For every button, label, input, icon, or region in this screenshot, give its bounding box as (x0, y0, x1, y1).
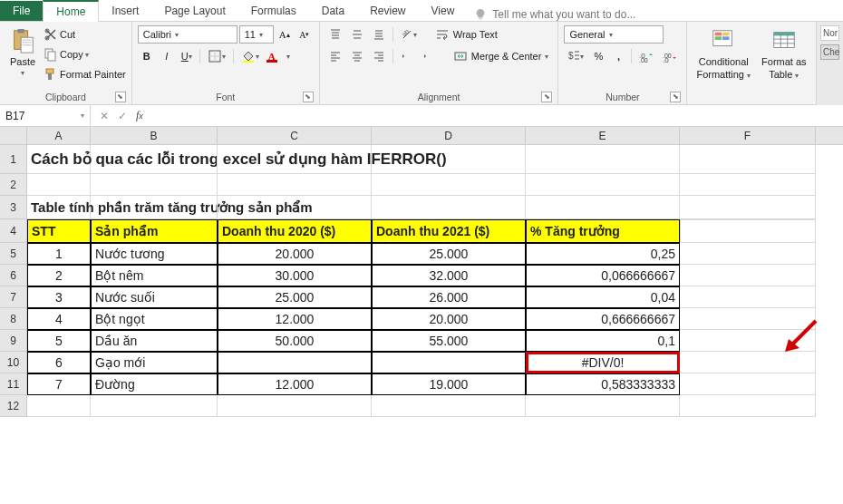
row-header[interactable]: 11 (0, 373, 27, 395)
cell[interactable]: STT (27, 219, 91, 243)
cell[interactable] (680, 196, 816, 219)
percent-format-button[interactable]: % (589, 47, 607, 65)
decrease-font-button[interactable]: A▾ (296, 25, 314, 44)
cell[interactable] (91, 196, 218, 219)
cell[interactable]: 26.000 (372, 286, 526, 308)
comma-format-button[interactable]: , (609, 47, 627, 65)
cell[interactable]: 0,066666667 (526, 265, 680, 286)
cell[interactable]: 20.000 (372, 308, 526, 330)
copy-button[interactable]: Copy ▾ (44, 45, 126, 63)
row-header[interactable]: 9 (0, 330, 27, 352)
cell[interactable]: 20.000 (218, 243, 372, 265)
cell[interactable] (680, 373, 816, 395)
cell[interactable]: 6 (27, 352, 91, 373)
tab-view[interactable]: View (419, 1, 468, 21)
row-header[interactable]: 3 (0, 196, 27, 219)
cell[interactable]: Doanh thu 2021 ($) (372, 219, 526, 243)
cell[interactable]: Bột nêm (91, 265, 218, 286)
tab-review[interactable]: Review (357, 1, 418, 21)
conditional-formatting-button[interactable]: Conditional Formatting ▾ (693, 25, 754, 82)
cell[interactable] (218, 196, 372, 219)
col-header[interactable]: F (680, 127, 816, 144)
cell[interactable]: 3 (27, 286, 91, 308)
col-header[interactable]: E (526, 127, 680, 144)
cell[interactable] (218, 395, 372, 417)
format-as-table-button[interactable]: Format as Table ▾ (758, 25, 810, 82)
select-all-corner[interactable] (0, 127, 27, 144)
cell[interactable]: Gạo mới (91, 352, 218, 373)
cell[interactable] (91, 395, 218, 417)
dialog-launcher-icon[interactable]: ⬊ (303, 92, 314, 102)
cell[interactable]: Sản phẩm (91, 219, 218, 243)
cell[interactable]: Doanh thu 2020 ($) (218, 219, 372, 243)
merge-center-button[interactable]: Merge & Center▾ (450, 47, 553, 65)
underline-button[interactable]: U▾ (178, 47, 196, 65)
bold-button[interactable]: B (138, 47, 156, 65)
cell[interactable]: 0,04 (526, 286, 680, 308)
cell[interactable]: 0,1 (526, 330, 680, 352)
cell[interactable]: Table tính phần trăm tăng trưởng sản phẩ… (27, 196, 91, 219)
cell[interactable] (91, 174, 218, 196)
cell[interactable] (218, 352, 372, 373)
font-color-button[interactable]: A▾ (265, 47, 294, 65)
align-bottom-button[interactable] (369, 25, 389, 44)
cell[interactable] (680, 243, 816, 265)
fill-color-button[interactable]: ▾ (237, 47, 263, 65)
tab-insert[interactable]: Insert (99, 1, 151, 21)
accounting-format-button[interactable]: $▾ (564, 47, 587, 65)
decrease-decimal-button[interactable]: .00.0 (659, 47, 681, 65)
cell[interactable]: 4 (27, 308, 91, 330)
cell[interactable]: Bột ngọt (91, 308, 218, 330)
cancel-formula-icon[interactable]: ✕ (100, 110, 109, 122)
cell[interactable]: 0,666666667 (526, 308, 680, 330)
tab-formulas[interactable]: Formulas (238, 1, 309, 21)
dialog-launcher-icon[interactable]: ⬊ (541, 92, 552, 102)
cell[interactable]: Nước suối (91, 286, 218, 308)
col-header[interactable]: B (91, 127, 218, 144)
cell[interactable]: 0,583333333 (526, 373, 680, 395)
increase-indent-button[interactable] (419, 47, 439, 65)
align-middle-button[interactable] (347, 25, 367, 44)
tell-me-search[interactable]: Tell me what you want to do... (474, 8, 635, 21)
row-header[interactable]: 5 (0, 243, 27, 265)
cell[interactable] (526, 145, 680, 174)
orientation-button[interactable]: ab▾ (397, 25, 421, 44)
format-painter-button[interactable]: Format Painter (44, 65, 126, 83)
cell[interactable]: 1 (27, 243, 91, 265)
cell[interactable]: 25.000 (218, 286, 372, 308)
paste-button[interactable]: Paste ▾ (5, 25, 40, 79)
cell[interactable]: 7 (27, 373, 91, 395)
row-header[interactable]: 7 (0, 286, 27, 308)
cell[interactable] (372, 174, 526, 196)
cell[interactable]: Đường (91, 373, 218, 395)
cell[interactable]: 5 (27, 330, 91, 352)
wrap-text-button[interactable]: Wrap Text (431, 25, 501, 44)
cell[interactable] (218, 145, 372, 174)
insert-function-button[interactable]: fx (136, 109, 143, 122)
cell[interactable] (372, 395, 526, 417)
number-format-combo[interactable]: General▾ (564, 25, 664, 44)
formula-input[interactable] (152, 105, 843, 126)
col-header[interactable]: A (27, 127, 91, 144)
row-header[interactable]: 1 (0, 145, 27, 174)
cell[interactable] (680, 265, 816, 286)
cell[interactable]: 2 (27, 265, 91, 286)
cell[interactable] (27, 174, 91, 196)
cell[interactable]: 50.000 (218, 330, 372, 352)
cell[interactable] (372, 196, 526, 219)
increase-font-button[interactable]: A▴ (276, 25, 294, 44)
cell[interactable]: 12.000 (218, 308, 372, 330)
cell[interactable]: Dầu ăn (91, 330, 218, 352)
decrease-indent-button[interactable] (397, 47, 417, 65)
cell[interactable] (680, 286, 816, 308)
cell[interactable]: 32.000 (372, 265, 526, 286)
cell[interactable] (526, 395, 680, 417)
spreadsheet-grid[interactable]: A B C D E F 1 Cách bỏ qua các lỗi trong … (0, 127, 843, 417)
align-right-button[interactable] (369, 47, 389, 65)
row-header[interactable]: 2 (0, 174, 27, 196)
increase-decimal-button[interactable]: .0.00 (635, 47, 657, 65)
cell[interactable]: 55.000 (372, 330, 526, 352)
cell[interactable]: 0,25 (526, 243, 680, 265)
cell[interactable]: #DIV/0! (526, 352, 680, 373)
col-header[interactable]: C (218, 127, 372, 144)
